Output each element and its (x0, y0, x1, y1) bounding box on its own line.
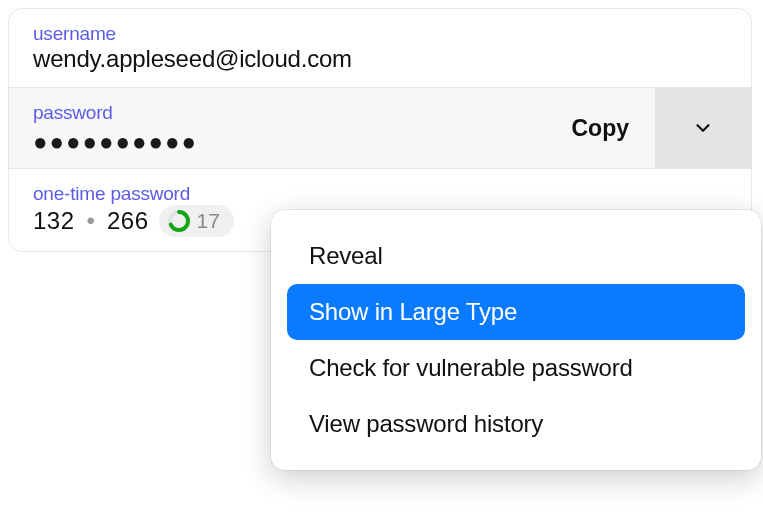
password-actions-dropdown: Reveal Show in Large Type Check for vuln… (271, 210, 761, 470)
chevron-down-icon (692, 117, 714, 139)
otp-timer-seconds: 17 (197, 209, 220, 233)
otp-code-part-a: 132 (33, 207, 75, 235)
password-more-button[interactable] (655, 88, 751, 168)
password-actions: Copy (546, 88, 752, 168)
username-field[interactable]: username wendy.appleseed@icloud.com (9, 9, 751, 88)
otp-label: one-time password (33, 183, 727, 205)
dropdown-item-reveal[interactable]: Reveal (287, 228, 745, 284)
password-field[interactable]: password ●●●●●●●●●● Copy (9, 88, 751, 169)
username-label: username (33, 23, 727, 45)
otp-timer-ring-icon (167, 209, 191, 233)
otp-timer-badge: 17 (159, 205, 234, 237)
dropdown-item-view-history[interactable]: View password history (287, 396, 745, 452)
password-masked-value: ●●●●●●●●●● (33, 130, 198, 154)
password-left: password ●●●●●●●●●● (9, 88, 222, 168)
password-label: password (33, 102, 198, 124)
username-value: wendy.appleseed@icloud.com (33, 45, 727, 73)
dropdown-item-check-vulnerable[interactable]: Check for vulnerable password (287, 340, 745, 396)
copy-button[interactable]: Copy (546, 88, 656, 168)
otp-code-part-b: 266 (107, 207, 149, 235)
otp-separator-dot: • (85, 207, 97, 235)
dropdown-item-show-large-type[interactable]: Show in Large Type (287, 284, 745, 340)
